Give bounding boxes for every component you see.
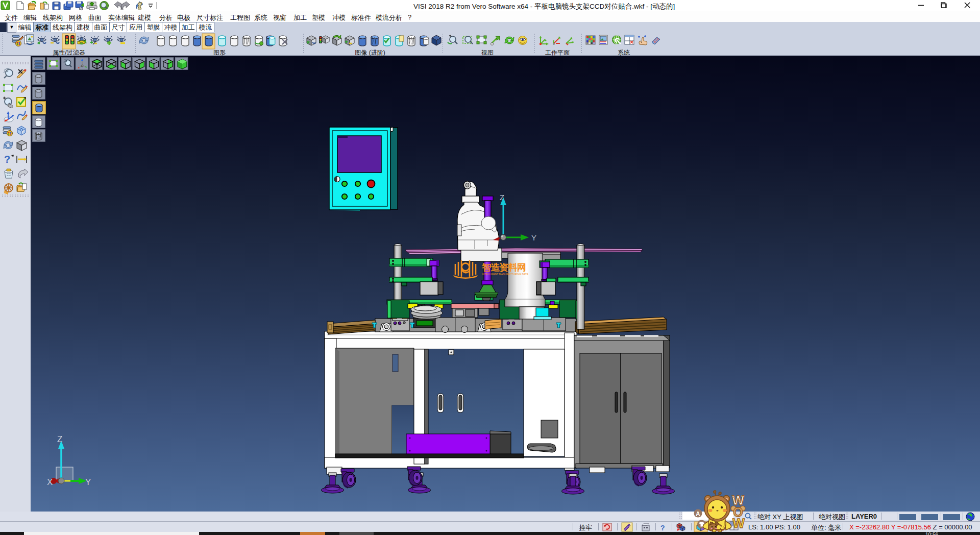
svg-text:?: ? <box>4 154 10 165</box>
svg-text:Y: Y <box>531 233 536 242</box>
svg-text:INTELLIGENT MANUFACTURING DATA: INTELLIGENT MANUFACTURING DATA <box>482 273 529 276</box>
svg-text:Z: Z <box>500 193 504 202</box>
svg-text:智造资料网: 智造资料网 <box>481 262 526 273</box>
svg-text:A: A <box>696 510 700 518</box>
svg-text:W: W <box>732 516 745 530</box>
svg-text:?: ? <box>660 524 665 532</box>
svg-text:X: X <box>47 477 53 487</box>
svg-text:Y: Y <box>85 477 91 487</box>
svg-text:Z: Z <box>57 434 62 444</box>
